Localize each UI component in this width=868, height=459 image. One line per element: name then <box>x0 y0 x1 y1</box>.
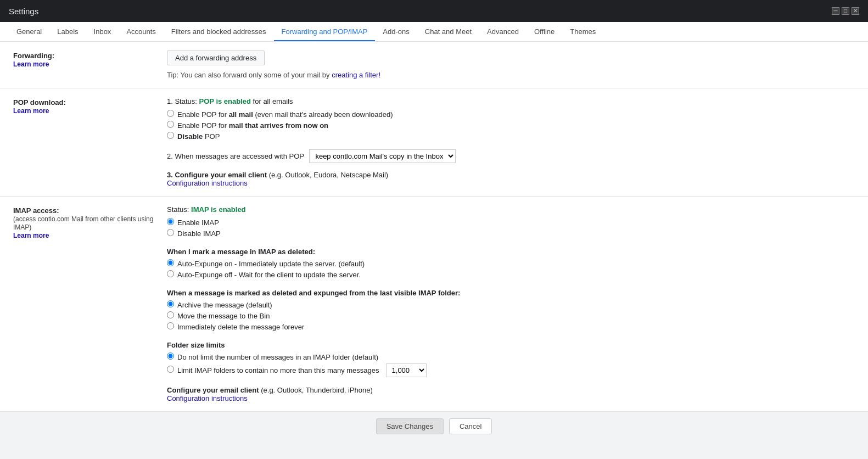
forwarding-tip: Tip: You can also forward only some of y… <box>167 71 855 79</box>
pop-configure-row: 3. Configure your email client (e.g. Out… <box>167 171 855 187</box>
imap-archive-radio[interactable] <box>167 300 174 307</box>
imap-archive-label[interactable]: Archive the message (default) <box>177 301 272 309</box>
forwarding-label: Forwarding: Learn more <box>13 51 167 79</box>
imap-delete-forever-option: Immediately delete the message forever <box>167 322 855 331</box>
window-minimize-button[interactable]: ─ <box>832 7 839 15</box>
imap-deleted-header: When I mark a message in IMAP as deleted… <box>167 248 855 256</box>
app-title: Settings <box>9 7 38 16</box>
tab-filters[interactable]: Filters and blocked addresses <box>164 22 274 42</box>
tab-chat[interactable]: Chat and Meet <box>417 22 479 42</box>
pop-option-from-now: Enable POP for mail that arrives from no… <box>167 121 855 130</box>
imap-delete-forever-label[interactable]: Immediately delete the message forever <box>177 323 304 331</box>
tab-labels[interactable]: Labels <box>49 22 86 42</box>
top-bar: Settings ─ □ ✕ <box>0 0 868 22</box>
imap-status-line: Status: IMAP is enabled <box>167 205 855 214</box>
tab-inbox[interactable]: Inbox <box>86 22 119 42</box>
imap-limit-radio[interactable] <box>167 366 174 373</box>
tab-general[interactable]: General <box>9 22 49 42</box>
imap-no-limit-radio[interactable] <box>167 352 174 360</box>
add-forwarding-address-button[interactable]: Add a forwarding address <box>167 51 265 65</box>
pop-config-link[interactable]: Configuration instructions <box>167 179 248 187</box>
tab-addons[interactable]: Add-ons <box>375 22 417 42</box>
forwarding-section: Forwarding: Learn more Add a forwarding … <box>0 42 868 88</box>
imap-move-bin-label[interactable]: Move the message to the Bin <box>177 312 270 320</box>
folder-size-header: Folder size limits <box>167 341 855 349</box>
pop-from-now-label[interactable]: Enable POP for mail that arrives from no… <box>177 121 328 130</box>
imap-limit-dropdown[interactable]: 1,000 2,000 5,000 10,000 <box>386 363 427 377</box>
imap-limit-label[interactable]: Limit IMAP folders to contain no more th… <box>177 366 379 374</box>
imap-move-bin-option: Move the message to the Bin <box>167 311 855 320</box>
imap-auto-expunge-on: Auto-Expunge on - Immediately update the… <box>167 259 855 268</box>
imap-expunge-on-radio[interactable] <box>167 259 174 266</box>
imap-status-value: IMAP is enabled <box>191 205 245 214</box>
imap-move-bin-radio[interactable] <box>167 311 174 318</box>
window-maximize-button[interactable]: □ <box>842 7 849 15</box>
pop-from-now-radio[interactable] <box>167 121 174 128</box>
nav-tabs: General Labels Inbox Accounts Filters an… <box>0 22 868 42</box>
imap-auto-expunge-off: Auto-Expunge off - Wait for the client t… <box>167 270 855 279</box>
imap-content: Status: IMAP is enabled Enable IMAP Disa… <box>167 205 855 402</box>
tab-themes[interactable]: Themes <box>562 22 603 42</box>
footer-bar: Save Changes Cancel <box>0 411 868 441</box>
save-changes-button[interactable]: Save Changes <box>376 418 444 434</box>
imap-delete-forever-radio[interactable] <box>167 322 174 329</box>
imap-enable-option: Enable IMAP <box>167 218 855 227</box>
pop-all-mail-radio[interactable] <box>167 110 174 117</box>
main-content: Forwarding: Learn more Add a forwarding … <box>0 42 868 411</box>
imap-limit-option: Limit IMAP folders to contain no more th… <box>167 363 855 377</box>
pop-status-line: 1. Status: POP is enabled for all emails <box>167 97 855 105</box>
pop-option-all-mail: Enable POP for all mail (even mail that'… <box>167 110 855 119</box>
pop-all-mail-label[interactable]: Enable POP for all mail (even mail that'… <box>177 110 393 119</box>
imap-disable-option: Disable IMAP <box>167 229 855 238</box>
imap-expunged-header: When a message is marked as deleted and … <box>167 289 855 297</box>
pop-option-disable: Disable POP <box>167 132 855 141</box>
imap-expunge-on-label[interactable]: Auto-Expunge on - Immediately update the… <box>177 260 365 268</box>
imap-expunge-off-radio[interactable] <box>167 270 174 277</box>
forwarding-content: Add a forwarding address Tip: You can al… <box>167 51 855 79</box>
pop-disable-radio[interactable] <box>167 132 174 139</box>
imap-disable-label[interactable]: Disable IMAP <box>177 229 221 238</box>
imap-expunge-off-label[interactable]: Auto-Expunge off - Wait for the client t… <box>177 271 361 279</box>
imap-learn-more[interactable]: Learn more <box>13 232 49 239</box>
pop-learn-more[interactable]: Learn more <box>13 107 49 115</box>
pop-label: POP download: Learn more <box>13 97 167 187</box>
pop-download-section: POP download: Learn more 1. Status: POP … <box>0 88 868 197</box>
creating-filter-link[interactable]: creating a filter! <box>332 71 380 79</box>
imap-no-limit-option: Do not limit the number of messages in a… <box>167 352 855 361</box>
imap-enable-label[interactable]: Enable IMAP <box>177 219 219 227</box>
imap-config-link[interactable]: Configuration instructions <box>167 394 248 402</box>
pop-accessed-dropdown[interactable]: keep contlo.com Mail's copy in the Inbox… <box>309 149 456 163</box>
imap-archive-option: Archive the message (default) <box>167 300 855 309</box>
imap-label: IMAP access: (access contlo.com Mail fro… <box>13 205 167 402</box>
tab-accounts[interactable]: Accounts <box>119 22 163 42</box>
pop-status-value: POP is enabled <box>199 97 251 105</box>
tab-advanced[interactable]: Advanced <box>479 22 527 42</box>
imap-access-section: IMAP access: (access contlo.com Mail fro… <box>0 197 868 411</box>
pop-disable-label[interactable]: Disable POP <box>177 132 220 141</box>
imap-disable-radio[interactable] <box>167 229 174 236</box>
imap-no-limit-label[interactable]: Do not limit the number of messages in a… <box>177 353 378 361</box>
imap-enable-radio[interactable] <box>167 218 174 225</box>
pop-content: 1. Status: POP is enabled for all emails… <box>167 97 855 187</box>
forwarding-learn-more[interactable]: Learn more <box>13 60 49 68</box>
tab-offline[interactable]: Offline <box>527 22 562 42</box>
pop-accessed-row: 2. When messages are accessed with POP k… <box>167 149 855 163</box>
window-close-button[interactable]: ✕ <box>852 7 859 15</box>
cancel-button[interactable]: Cancel <box>449 418 492 434</box>
window-controls: ─ □ ✕ <box>832 7 859 15</box>
tab-forwarding[interactable]: Forwarding and POP/IMAP <box>274 22 376 42</box>
imap-configure-row: Configure your email client (e.g. Outloo… <box>167 386 855 402</box>
